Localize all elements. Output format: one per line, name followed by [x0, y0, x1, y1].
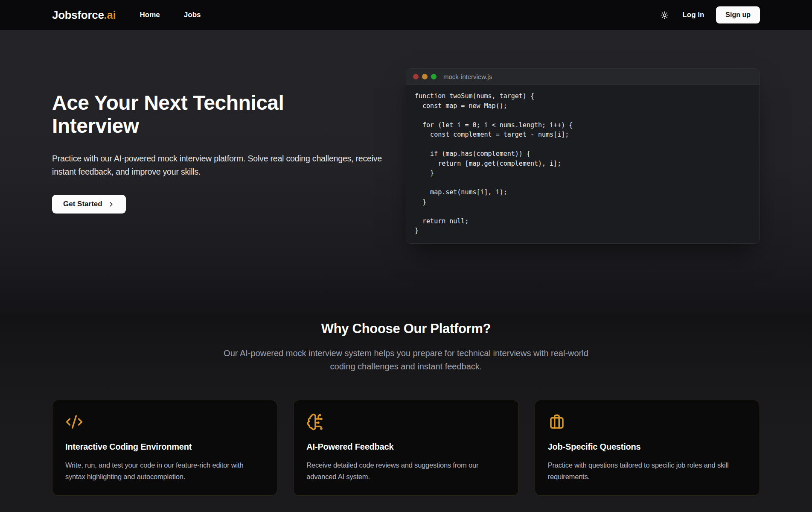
navbar-right: Log in Sign up: [659, 6, 760, 23]
features-title: Why Choose Our Platform?: [52, 320, 760, 337]
code-xml-icon: [65, 413, 264, 431]
briefcase-icon: [548, 413, 747, 431]
logo[interactable]: Jobsforce.ai: [52, 9, 116, 22]
hero-text-column: Ace Your Next TechnicalInterview Practic…: [52, 91, 402, 214]
feature-card-description: Practice with questions tailored to spec…: [548, 459, 747, 483]
features-section: Why Choose Our Platform? Our AI-powered …: [0, 319, 812, 512]
minimize-dot-icon: [422, 74, 428, 79]
theme-toggle-button[interactable]: [659, 9, 670, 21]
feature-card-description: Receive detailed code reviews and sugges…: [306, 459, 505, 483]
code-window-titlebar: mock-interview.js: [406, 69, 760, 85]
features-subtitle: Our AI-powered mock interview system hel…: [218, 347, 594, 373]
sun-icon: [661, 11, 669, 19]
hero-title: Ace Your Next TechnicalInterview: [52, 91, 402, 138]
login-link[interactable]: Log in: [682, 11, 704, 19]
feature-card-title: AI-Powered Feedback: [306, 442, 505, 452]
nav-link-jobs[interactable]: Jobs: [184, 11, 201, 19]
code-editor-window: mock-interview.js function twoSum(nums, …: [406, 68, 760, 244]
feature-card-coding-environment: Interactive Coding Environment Write, ru…: [52, 400, 277, 496]
chevron-right-icon: [108, 201, 115, 208]
hero-description: Practice with our AI-powered mock interv…: [52, 152, 402, 178]
brain-circuit-icon: [306, 413, 505, 431]
landing-page: Jobsforce.ai Home Jobs Log in Sign up: [0, 0, 812, 512]
feature-card-title: Job-Specific Questions: [548, 442, 747, 452]
feature-card-job-questions: Job-Specific Questions Practice with que…: [535, 400, 760, 496]
feature-cards: Interactive Coding Environment Write, ru…: [52, 400, 760, 496]
hero-title-line2: Interview: [52, 114, 139, 137]
signup-button[interactable]: Sign up: [716, 6, 760, 23]
logo-name: Jobsforce: [52, 9, 104, 21]
get-started-label: Get Started: [63, 200, 102, 208]
logo-suffix: .ai: [104, 9, 116, 21]
nav-links: Home Jobs: [140, 11, 201, 19]
navbar: Jobsforce.ai Home Jobs Log in Sign up: [0, 0, 812, 30]
feature-card-title: Interactive Coding Environment: [65, 442, 264, 452]
feature-card-description: Write, run, and test your code in our fe…: [65, 459, 264, 483]
close-dot-icon: [413, 74, 419, 79]
code-filename: mock-interview.js: [443, 73, 492, 80]
code-content: function twoSum(nums, target) { const ma…: [415, 91, 751, 236]
maximize-dot-icon: [431, 74, 437, 79]
code-editor-body: function twoSum(nums, target) { const ma…: [406, 85, 760, 243]
hero-title-line1: Ace Your Next Technical: [52, 91, 284, 114]
hero-section: Ace Your Next TechnicalInterview Practic…: [0, 30, 812, 319]
get-started-button[interactable]: Get Started: [52, 195, 126, 214]
feature-card-ai-feedback: AI-Powered Feedback Receive detailed cod…: [293, 400, 518, 496]
nav-link-home[interactable]: Home: [140, 11, 160, 19]
